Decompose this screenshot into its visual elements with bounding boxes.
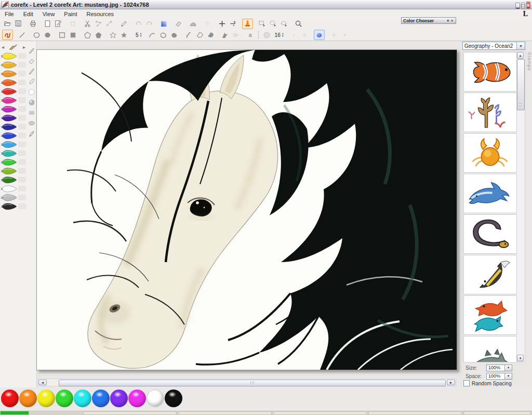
arrow-filled-button[interactable] — [219, 30, 230, 40]
star-filled-button[interactable] — [118, 30, 129, 40]
brush-size-spinner-down-icon[interactable]: ▾ — [282, 35, 284, 37]
stamp-dolphin[interactable] — [463, 174, 517, 213]
taskbar-button[interactable] — [178, 411, 272, 415]
brush-shape-button[interactable] — [261, 30, 272, 40]
stamp-moorish-idol[interactable] — [463, 255, 517, 294]
stamp-crab[interactable] — [463, 133, 517, 173]
new-image-button[interactable] — [42, 19, 53, 29]
brush-color-red[interactable] — [0, 87, 27, 96]
menu-file[interactable]: File — [0, 10, 19, 18]
open-file-button[interactable] — [2, 19, 13, 29]
ellipse-filled-button[interactable] — [42, 30, 53, 40]
brush-soft-blue-button[interactable] — [314, 30, 325, 40]
brush-page-next-icon[interactable]: ▸ — [23, 44, 25, 50]
stamp-scrollbar-thumb[interactable] — [517, 59, 525, 110]
brush-color-orange[interactable] — [0, 69, 27, 78]
polyline-filled-button[interactable] — [205, 30, 216, 40]
stamp-category-dropdown[interactable]: Geography - Ocean2 ▾ — [462, 42, 525, 50]
palette-color-red[interactable] — [1, 390, 19, 407]
cut-button[interactable] — [82, 19, 93, 29]
brush-color-pink[interactable] — [0, 96, 27, 105]
canvas-horizontal-scrollbar[interactable]: ◂ ▸ — [37, 379, 456, 386]
brush-color-blue[interactable] — [0, 131, 27, 140]
close-button[interactable]: × — [526, 2, 530, 9]
texture-tool-eraser[interactable] — [28, 57, 36, 65]
curve-closed-button[interactable] — [157, 30, 168, 40]
texture-tool-flat-gray[interactable] — [28, 109, 36, 117]
edit-image-button[interactable] — [53, 19, 64, 29]
taskbar-button[interactable] — [368, 411, 462, 415]
menu-edit[interactable]: Edit — [19, 10, 38, 18]
sides-spinner-down-icon[interactable]: ▾ — [140, 35, 142, 37]
menu-paint[interactable]: Paint — [59, 10, 82, 18]
texture-tool-oval[interactable] — [28, 119, 36, 127]
palette-color-yellow[interactable] — [37, 390, 55, 407]
space-dropdown-icon[interactable]: ▾ — [504, 373, 512, 379]
paste-button[interactable] — [104, 19, 115, 29]
brush-color-purple[interactable] — [0, 113, 27, 122]
texture-tool-knife[interactable] — [28, 67, 36, 75]
curve-open-button[interactable] — [147, 30, 157, 40]
line-button[interactable] — [17, 30, 28, 40]
palette-color-white[interactable] — [147, 390, 164, 407]
print-button[interactable] — [28, 19, 38, 29]
palette-color-orange[interactable] — [19, 390, 37, 407]
scroll-right-icon[interactable]: ▸ — [447, 380, 455, 385]
scroll-up-icon[interactable]: ▴ — [517, 52, 524, 59]
taskbar-button[interactable] — [273, 411, 367, 415]
brush-color-dark-green[interactable] — [0, 175, 27, 184]
texture-tool-pencil[interactable] — [28, 46, 36, 55]
rectangle-outline-button[interactable] — [57, 30, 68, 40]
texture-tool-sphere[interactable] — [28, 98, 36, 107]
move-button[interactable] — [217, 19, 228, 29]
random-spacing-checkbox[interactable] — [463, 380, 470, 386]
palette-color-cyan[interactable] — [74, 390, 91, 407]
palette-color-magenta[interactable] — [128, 390, 146, 407]
brush-color-white[interactable] — [0, 184, 27, 193]
brush-color-sky-blue[interactable] — [0, 140, 27, 149]
palette-color-blue[interactable] — [92, 390, 110, 407]
size-dropdown-icon[interactable]: ▾ — [504, 365, 512, 371]
smudge-button[interactable] — [188, 19, 198, 29]
taskbar-button[interactable] — [83, 411, 177, 415]
polyline-open-button[interactable] — [183, 30, 194, 40]
texture-tool-quill[interactable] — [28, 129, 36, 138]
pencil-button[interactable] — [118, 19, 129, 29]
select-rectangle-button[interactable] — [257, 19, 268, 29]
texture-tool-soft-round[interactable] — [28, 88, 36, 96]
text-button[interactable]: a — [245, 30, 256, 40]
stamps-panel-tab[interactable]: Stamps — [526, 52, 532, 83]
transform-button[interactable] — [228, 19, 238, 29]
brush-color-green[interactable] — [0, 158, 27, 166]
color-chooser-close-icon[interactable]: × — [450, 19, 454, 22]
polyline-closed-button[interactable] — [194, 30, 205, 40]
gradient-fill-button[interactable] — [158, 19, 169, 29]
brush-color-gold[interactable] — [0, 60, 27, 69]
ellipse-outline-button[interactable] — [31, 30, 42, 40]
zoom-button[interactable] — [293, 19, 304, 29]
scroll-left-icon[interactable]: ◂ — [38, 380, 47, 385]
stamp-list-scrollbar[interactable]: ▴ ▾ — [517, 52, 524, 361]
palette-color-purple[interactable] — [110, 390, 128, 407]
start-button[interactable] — [0, 411, 29, 415]
brush-color-navy[interactable] — [0, 122, 27, 131]
palette-color-green[interactable] — [56, 390, 73, 407]
brush-color-magenta[interactable] — [0, 105, 27, 113]
color-chooser-bar[interactable]: Color Chooser ▾ × — [401, 17, 456, 24]
brush-page-prev-icon[interactable]: ◂ — [2, 44, 4, 50]
stamp-button[interactable] — [242, 19, 253, 29]
polygon-filled-button[interactable] — [93, 30, 104, 40]
copy-button[interactable] — [93, 19, 104, 29]
brush-color-gray[interactable] — [0, 193, 27, 202]
brush-color-yellow-green[interactable] — [0, 166, 27, 175]
select-freeform-button[interactable] — [278, 19, 289, 29]
select-ellipse-button[interactable] — [268, 19, 278, 29]
save-file-button[interactable] — [13, 19, 24, 29]
brush-color-black[interactable] — [0, 202, 27, 211]
size-combo[interactable]: 100% ▾ — [486, 365, 512, 371]
stamp-clownfish[interactable] — [463, 52, 517, 92]
menu-view[interactable]: View — [38, 10, 60, 18]
eraser-button[interactable] — [173, 19, 184, 29]
star-outline-button[interactable] — [108, 30, 118, 40]
dropdown-arrow-icon[interactable]: ▾ — [516, 42, 525, 49]
